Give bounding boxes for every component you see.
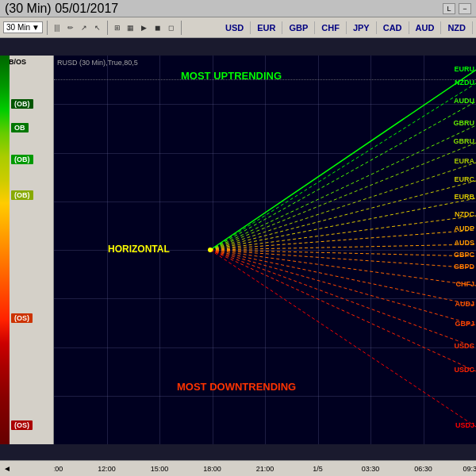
toolbar-separator-3 xyxy=(181,21,182,35)
time-label-4: 18:00 xyxy=(203,465,221,473)
timeframe-arrow: ▼ xyxy=(32,23,40,32)
toolbar-icon-play[interactable]: ▶ xyxy=(139,22,150,33)
time-label-6: 1/5 xyxy=(313,465,323,473)
svg-line-2 xyxy=(210,102,476,250)
toolbar-icon-square2[interactable]: ◻ xyxy=(166,22,177,33)
currency-label-eurb: EURB xyxy=(454,193,474,201)
left-panel: OB/OS (OB) OB (OB) (OB) (OS) (OS) xyxy=(0,56,54,444)
toolbar-separator-1 xyxy=(47,21,48,35)
toolbar-icon-bars[interactable]: ||| xyxy=(52,22,63,33)
currency-label-gbru1: GBRU xyxy=(454,119,475,127)
time-axis: 09:00 12:00 15:00 18:00 21:00 1/5 03:30 … xyxy=(54,460,476,476)
currency-label-usdc2: USDC xyxy=(454,366,474,374)
currency-label-gbpc: GBPC xyxy=(454,251,474,259)
ob-box-2: OB xyxy=(11,123,29,132)
currency-tab-nzd[interactable]: NZD xyxy=(441,21,473,34)
currency-label-audj: AUDJ xyxy=(455,300,474,308)
svg-line-16 xyxy=(210,250,476,347)
svg-line-15 xyxy=(210,250,476,325)
currency-label-eura: EURA xyxy=(454,157,474,165)
toolbar-icon-grid[interactable]: ⊞ xyxy=(112,22,123,33)
currency-label-nzdu: NZDU xyxy=(455,79,474,86)
currency-tab-usd[interactable]: USD xyxy=(219,21,251,34)
time-label-3: 15:00 xyxy=(151,465,169,473)
timeframe-label: 30 Min xyxy=(6,23,30,32)
currency-label-nzdc: NZDC xyxy=(455,210,474,218)
svg-line-4 xyxy=(210,143,476,250)
time-label-8: 06:30 xyxy=(414,465,432,473)
svg-line-6 xyxy=(210,181,476,250)
svg-line-12 xyxy=(210,250,476,268)
currency-label-usdj: USDJ xyxy=(455,421,474,429)
currency-tab-chf[interactable]: CHF xyxy=(315,21,347,34)
toolbar-icon-arrow[interactable]: ↗ xyxy=(79,22,90,33)
currency-label-gbpj: GBPJ xyxy=(455,320,474,328)
scroll-arrow[interactable]: ◄ xyxy=(3,464,11,473)
svg-point-19 xyxy=(208,248,213,252)
toolbar-icon-cursor[interactable]: ↖ xyxy=(92,22,103,33)
most-downtrending-label: MOST DOWNTRENDING xyxy=(177,381,296,393)
currency-tab-aud[interactable]: AUD xyxy=(409,21,442,34)
titlebar-minimize-button[interactable]: − xyxy=(459,3,471,14)
currency-label-audu: AUDU xyxy=(454,97,474,105)
time-label-7: 03:30 xyxy=(362,465,380,473)
svg-line-14 xyxy=(210,250,476,305)
currency-label-euru: EURU xyxy=(454,65,474,73)
ob-box-4: (OB) xyxy=(11,190,33,200)
currency-label-gbpd: GBPD xyxy=(454,263,474,271)
svg-line-13 xyxy=(210,250,476,286)
color-gradient-bar xyxy=(0,56,10,444)
titlebar: (30 Min) 05/01/2017 L − xyxy=(0,0,476,17)
most-uptrending-label: MOST UPTRENDING xyxy=(181,70,282,82)
currency-label-usdc1: USDC xyxy=(454,342,474,350)
toolbar-icon-pencil[interactable]: ✏ xyxy=(65,22,76,33)
os-box-1: (OS) xyxy=(11,313,33,323)
currency-label-eurc: EURC xyxy=(454,175,474,183)
currency-tab-gbp[interactable]: GBP xyxy=(282,21,315,34)
time-label-5: 21:00 xyxy=(256,465,274,473)
currency-tab-cad[interactable]: CAD xyxy=(377,21,409,34)
svg-line-18 xyxy=(210,250,476,427)
currency-tab-jpy[interactable]: JPY xyxy=(347,21,377,34)
svg-line-3 xyxy=(210,125,476,250)
ob-box-3: (OB) xyxy=(11,155,33,164)
chart-area: RUSD (30 Min),True,80,5 xyxy=(54,56,476,444)
currency-label-audp: AUDP xyxy=(454,225,474,232)
time-label-9: 09:30 xyxy=(463,465,476,473)
titlebar-l-button[interactable]: L xyxy=(443,3,455,14)
toolbar: 30 Min ▼ ||| ✏ ↗ ↖ ⊞ ▦ ▶ ◼ ◻ USD EUR GBP… xyxy=(0,17,476,38)
scroll-area[interactable]: ◄ xyxy=(0,460,54,476)
svg-line-8 xyxy=(210,216,476,250)
svg-line-0 xyxy=(210,70,476,250)
titlebar-title: (30 Min) 05/01/2017 xyxy=(5,2,118,16)
currency-label-gbru2: GBRU xyxy=(454,137,475,145)
toolbar-separator-2 xyxy=(107,21,108,35)
horizontal-label: HORIZONTAL xyxy=(108,244,170,255)
os-box-2: (OS) xyxy=(11,420,33,430)
titlebar-controls: L − xyxy=(443,3,471,14)
timeframe-dropdown[interactable]: 30 Min ▼ xyxy=(3,21,43,33)
currency-label-chfj: CHFJ xyxy=(455,280,474,288)
time-label-2: 12:00 xyxy=(98,465,116,473)
toolbar-icon-square[interactable]: ◼ xyxy=(152,22,163,33)
toolbar-icon-chart[interactable]: ▦ xyxy=(125,22,136,33)
ob-box-1: (OB) xyxy=(11,99,33,109)
svg-line-1 xyxy=(210,83,476,250)
currency-tab-eur[interactable]: EUR xyxy=(251,21,282,34)
currency-label-auds: AUDS xyxy=(454,239,474,247)
